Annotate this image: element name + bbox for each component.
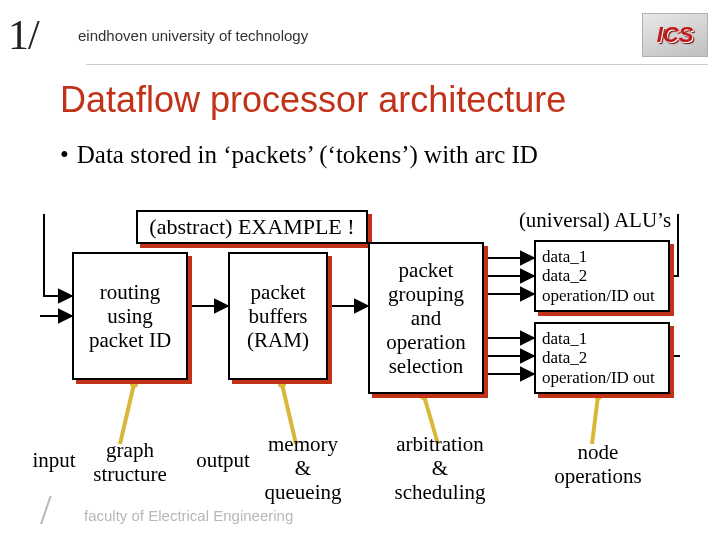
header: 1/ eindhoven university of technology IC…: [0, 0, 720, 64]
ics-logo: ICS: [642, 13, 708, 57]
slide-title: Dataflow processor architecture: [0, 65, 720, 123]
bullet-dot: •: [60, 141, 77, 168]
logo-left: 1/: [8, 11, 78, 59]
svg-point-11: [278, 380, 286, 388]
label-output: output: [188, 448, 258, 472]
block-buffers: packetbuffers(RAM): [228, 252, 328, 380]
block-routing: routingusingpacket ID: [72, 252, 188, 380]
label-alu: (universal) ALU’s: [500, 208, 690, 232]
svg-line-14: [592, 396, 598, 444]
footer-text: faculty of Electrical Engineering: [84, 507, 293, 524]
block-example: (abstract) EXAMPLE !: [136, 210, 368, 244]
label-node-ops: nodeoperations: [538, 440, 658, 488]
bullet-line: •Data stored in ‘packets’ (‘tokens’) wit…: [0, 123, 720, 177]
label-graph: graphstructure: [80, 438, 180, 486]
footer-slash: /: [40, 486, 52, 534]
block-alu2: data_1data_2operation/ID out: [534, 322, 670, 394]
bullet-text: Data stored in ‘packets’ (‘tokens’) with…: [77, 141, 538, 168]
label-input: input: [24, 448, 84, 472]
block-grouping: packetgroupingandoperationselection: [368, 242, 484, 394]
svg-point-9: [130, 380, 138, 388]
university-name: eindhoven university of technology: [78, 27, 642, 44]
label-arbitration: arbitration&scheduling: [380, 432, 500, 504]
block-alu1: data_1data_2operation/ID out: [534, 240, 670, 312]
svg-line-8: [120, 384, 134, 444]
label-memory: memory&queueing: [258, 432, 348, 504]
diagram: (abstract) EXAMPLE ! routingusingpacket …: [40, 214, 680, 514]
